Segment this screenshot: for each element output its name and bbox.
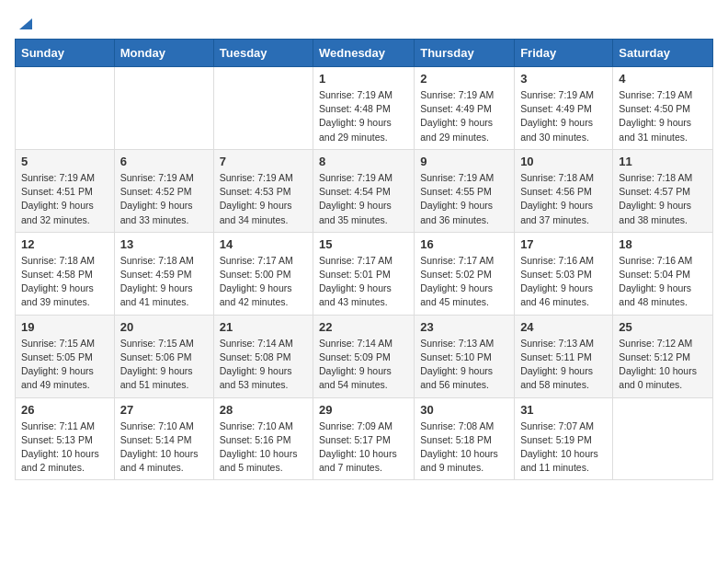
day-number: 3 bbox=[520, 72, 607, 86]
day-number: 14 bbox=[220, 237, 307, 251]
day-number: 24 bbox=[520, 320, 607, 334]
day-info: Sunrise: 7:19 AM Sunset: 4:48 PM Dayligh… bbox=[319, 88, 408, 144]
day-info: Sunrise: 7:07 AM Sunset: 5:19 PM Dayligh… bbox=[520, 419, 607, 476]
weekday-header-monday: Monday bbox=[114, 40, 213, 67]
day-info: Sunrise: 7:19 AM Sunset: 4:54 PM Dayligh… bbox=[319, 171, 408, 227]
calendar-cell: 29Sunrise: 7:09 AM Sunset: 5:17 PM Dayli… bbox=[313, 397, 415, 480]
weekday-header-sunday: Sunday bbox=[16, 40, 115, 67]
day-number: 19 bbox=[21, 320, 108, 334]
day-info: Sunrise: 7:18 AM Sunset: 4:56 PM Dayligh… bbox=[520, 171, 607, 227]
day-number: 20 bbox=[120, 320, 208, 334]
day-number: 30 bbox=[420, 403, 508, 417]
day-number: 13 bbox=[120, 237, 208, 251]
day-info: Sunrise: 7:17 AM Sunset: 5:01 PM Dayligh… bbox=[319, 254, 408, 310]
day-number: 22 bbox=[319, 320, 408, 334]
day-info: Sunrise: 7:16 AM Sunset: 5:03 PM Dayligh… bbox=[520, 254, 607, 310]
day-info: Sunrise: 7:12 AM Sunset: 5:12 PM Dayligh… bbox=[619, 337, 707, 393]
calendar-cell: 16Sunrise: 7:17 AM Sunset: 5:02 PM Dayli… bbox=[415, 232, 515, 315]
calendar-cell: 2Sunrise: 7:19 AM Sunset: 4:49 PM Daylig… bbox=[415, 67, 515, 150]
day-number: 21 bbox=[220, 320, 307, 334]
day-number: 27 bbox=[120, 403, 208, 417]
day-info: Sunrise: 7:09 AM Sunset: 5:17 PM Dayligh… bbox=[319, 419, 408, 476]
calendar-cell: 23Sunrise: 7:13 AM Sunset: 5:10 PM Dayli… bbox=[415, 315, 515, 397]
day-info: Sunrise: 7:18 AM Sunset: 4:59 PM Dayligh… bbox=[120, 254, 208, 310]
calendar-cell: 7Sunrise: 7:19 AM Sunset: 4:53 PM Daylig… bbox=[213, 149, 313, 232]
day-info: Sunrise: 7:08 AM Sunset: 5:18 PM Dayligh… bbox=[420, 419, 508, 476]
calendar-table: SundayMondayTuesdayWednesdayThursdayFrid… bbox=[15, 39, 713, 480]
day-info: Sunrise: 7:19 AM Sunset: 4:55 PM Dayligh… bbox=[420, 171, 508, 227]
day-info: Sunrise: 7:19 AM Sunset: 4:49 PM Dayligh… bbox=[520, 88, 607, 144]
day-info: Sunrise: 7:19 AM Sunset: 4:49 PM Dayligh… bbox=[420, 88, 508, 144]
day-number: 25 bbox=[619, 320, 707, 334]
calendar-cell: 26Sunrise: 7:11 AM Sunset: 5:13 PM Dayli… bbox=[16, 397, 115, 480]
day-info: Sunrise: 7:17 AM Sunset: 5:00 PM Dayligh… bbox=[220, 254, 307, 310]
calendar-cell: 12Sunrise: 7:18 AM Sunset: 4:58 PM Dayli… bbox=[16, 232, 115, 315]
calendar-week-2: 5Sunrise: 7:19 AM Sunset: 4:51 PM Daylig… bbox=[16, 149, 713, 232]
calendar-cell: 6Sunrise: 7:19 AM Sunset: 4:52 PM Daylig… bbox=[114, 149, 213, 232]
logo bbox=[15, 15, 33, 28]
weekday-header-tuesday: Tuesday bbox=[213, 40, 313, 67]
day-number: 18 bbox=[619, 237, 707, 251]
calendar-cell: 17Sunrise: 7:16 AM Sunset: 5:03 PM Dayli… bbox=[515, 232, 613, 315]
calendar-cell: 28Sunrise: 7:10 AM Sunset: 5:16 PM Dayli… bbox=[213, 397, 313, 480]
day-number: 2 bbox=[420, 72, 508, 86]
day-info: Sunrise: 7:18 AM Sunset: 4:58 PM Dayligh… bbox=[21, 254, 108, 310]
calendar-cell: 5Sunrise: 7:19 AM Sunset: 4:51 PM Daylig… bbox=[16, 149, 115, 232]
calendar-week-4: 19Sunrise: 7:15 AM Sunset: 5:05 PM Dayli… bbox=[16, 315, 713, 397]
day-info: Sunrise: 7:16 AM Sunset: 5:04 PM Dayligh… bbox=[619, 254, 707, 310]
day-info: Sunrise: 7:19 AM Sunset: 4:51 PM Dayligh… bbox=[21, 171, 108, 227]
calendar-cell bbox=[213, 67, 313, 150]
logo-triangle-icon bbox=[16, 15, 32, 31]
day-number: 17 bbox=[520, 237, 607, 251]
weekday-header-thursday: Thursday bbox=[415, 40, 515, 67]
day-number: 29 bbox=[319, 403, 408, 417]
calendar-cell: 19Sunrise: 7:15 AM Sunset: 5:05 PM Dayli… bbox=[16, 315, 115, 397]
day-number: 5 bbox=[21, 155, 108, 168]
day-info: Sunrise: 7:10 AM Sunset: 5:14 PM Dayligh… bbox=[120, 419, 208, 476]
calendar-cell: 13Sunrise: 7:18 AM Sunset: 4:59 PM Dayli… bbox=[114, 232, 213, 315]
calendar-cell: 31Sunrise: 7:07 AM Sunset: 5:19 PM Dayli… bbox=[515, 397, 613, 480]
calendar-cell: 25Sunrise: 7:12 AM Sunset: 5:12 PM Dayli… bbox=[613, 315, 713, 397]
day-number: 6 bbox=[120, 155, 208, 168]
calendar-cell: 9Sunrise: 7:19 AM Sunset: 4:55 PM Daylig… bbox=[415, 149, 515, 232]
weekday-header-row: SundayMondayTuesdayWednesdayThursdayFrid… bbox=[16, 40, 713, 67]
day-number: 26 bbox=[21, 403, 108, 417]
day-info: Sunrise: 7:18 AM Sunset: 4:57 PM Dayligh… bbox=[619, 171, 707, 227]
day-info: Sunrise: 7:19 AM Sunset: 4:50 PM Dayligh… bbox=[619, 88, 707, 144]
calendar-week-5: 26Sunrise: 7:11 AM Sunset: 5:13 PM Dayli… bbox=[16, 397, 713, 480]
calendar-week-3: 12Sunrise: 7:18 AM Sunset: 4:58 PM Dayli… bbox=[16, 232, 713, 315]
day-info: Sunrise: 7:17 AM Sunset: 5:02 PM Dayligh… bbox=[420, 254, 508, 310]
calendar-cell: 30Sunrise: 7:08 AM Sunset: 5:18 PM Dayli… bbox=[415, 397, 515, 480]
day-number: 1 bbox=[319, 72, 408, 86]
day-number: 12 bbox=[21, 237, 108, 251]
day-info: Sunrise: 7:19 AM Sunset: 4:52 PM Dayligh… bbox=[120, 171, 208, 227]
weekday-header-friday: Friday bbox=[515, 40, 613, 67]
day-info: Sunrise: 7:13 AM Sunset: 5:11 PM Dayligh… bbox=[520, 337, 607, 393]
day-number: 8 bbox=[319, 155, 408, 168]
calendar-cell: 15Sunrise: 7:17 AM Sunset: 5:01 PM Dayli… bbox=[313, 232, 415, 315]
day-number: 15 bbox=[319, 237, 408, 251]
day-info: Sunrise: 7:14 AM Sunset: 5:08 PM Dayligh… bbox=[220, 337, 307, 393]
calendar-cell: 18Sunrise: 7:16 AM Sunset: 5:04 PM Dayli… bbox=[613, 232, 713, 315]
calendar-cell bbox=[16, 67, 115, 150]
calendar-cell: 1Sunrise: 7:19 AM Sunset: 4:48 PM Daylig… bbox=[313, 67, 415, 150]
day-number: 28 bbox=[220, 403, 307, 417]
day-number: 11 bbox=[619, 155, 707, 168]
calendar-cell: 27Sunrise: 7:10 AM Sunset: 5:14 PM Dayli… bbox=[114, 397, 213, 480]
calendar-cell: 11Sunrise: 7:18 AM Sunset: 4:57 PM Dayli… bbox=[613, 149, 713, 232]
calendar-cell: 22Sunrise: 7:14 AM Sunset: 5:09 PM Dayli… bbox=[313, 315, 415, 397]
page-header bbox=[15, 15, 713, 28]
calendar-cell: 10Sunrise: 7:18 AM Sunset: 4:56 PM Dayli… bbox=[515, 149, 613, 232]
weekday-header-saturday: Saturday bbox=[613, 40, 713, 67]
calendar-week-1: 1Sunrise: 7:19 AM Sunset: 4:48 PM Daylig… bbox=[16, 67, 713, 150]
calendar-cell: 21Sunrise: 7:14 AM Sunset: 5:08 PM Dayli… bbox=[213, 315, 313, 397]
calendar-cell: 14Sunrise: 7:17 AM Sunset: 5:00 PM Dayli… bbox=[213, 232, 313, 315]
calendar-cell: 8Sunrise: 7:19 AM Sunset: 4:54 PM Daylig… bbox=[313, 149, 415, 232]
day-number: 9 bbox=[420, 155, 508, 168]
day-info: Sunrise: 7:11 AM Sunset: 5:13 PM Dayligh… bbox=[21, 419, 108, 476]
svg-marker-0 bbox=[19, 18, 32, 29]
day-info: Sunrise: 7:13 AM Sunset: 5:10 PM Dayligh… bbox=[420, 337, 508, 393]
day-info: Sunrise: 7:19 AM Sunset: 4:53 PM Dayligh… bbox=[220, 171, 307, 227]
day-number: 16 bbox=[420, 237, 508, 251]
calendar-cell: 24Sunrise: 7:13 AM Sunset: 5:11 PM Dayli… bbox=[515, 315, 613, 397]
